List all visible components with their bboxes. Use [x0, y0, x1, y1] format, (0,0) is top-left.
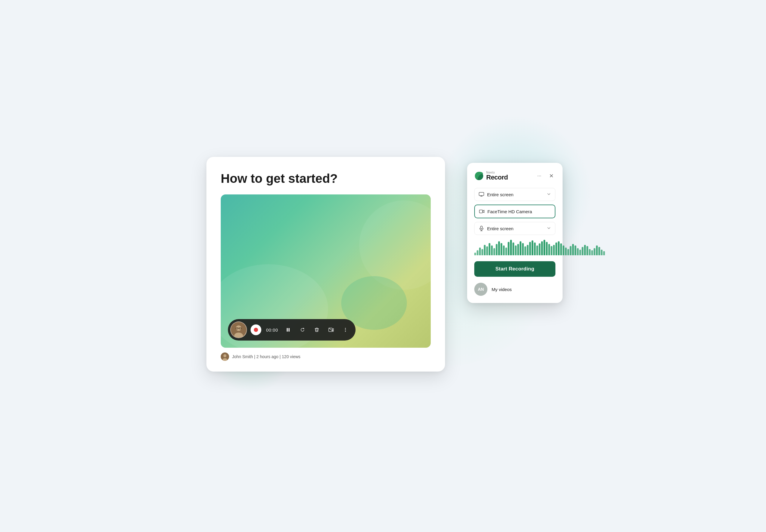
screen-icon: [479, 192, 484, 197]
audio-bar: [486, 246, 488, 255]
audio-bar: [515, 245, 517, 255]
main-card: How to get started?: [206, 157, 445, 372]
audio-bar: [589, 249, 591, 255]
audio-bar: [501, 243, 502, 255]
svg-point-13: [223, 354, 226, 357]
svg-rect-18: [479, 210, 483, 213]
record-button[interactable]: [251, 324, 261, 335]
audio-bar: [534, 242, 536, 255]
audio-bar: [546, 242, 548, 255]
audio-dropdown-label: Entire screen: [487, 226, 513, 231]
my-videos-label: My videos: [492, 287, 512, 292]
audio-bar: [563, 245, 564, 255]
audio-bar: [510, 240, 512, 255]
audio-bar: [543, 240, 545, 255]
audio-bar: [479, 248, 481, 255]
screen-chevron-icon: [547, 192, 551, 197]
timer-display: 00:00: [265, 327, 279, 333]
audio-bar: [598, 247, 600, 255]
svg-line-8: [329, 328, 333, 332]
audio-bar: [493, 248, 495, 255]
scene: How to get started?: [191, 133, 575, 399]
record-panel: Neeto Record ··· ✕: [467, 163, 563, 303]
audio-bar: [551, 246, 552, 255]
video-container: 00:00: [221, 194, 431, 348]
audio-visualizer: [474, 239, 555, 256]
audio-bar: [567, 249, 569, 255]
screen-dropdown[interactable]: Entire screen: [474, 188, 555, 201]
audio-bar: [481, 249, 483, 255]
refresh-button[interactable]: [297, 324, 308, 335]
audio-bar: [582, 247, 583, 255]
audio-bar: [503, 245, 505, 255]
more-menu-button[interactable]: ···: [535, 172, 543, 180]
audio-bar: [532, 240, 533, 255]
svg-point-9: [345, 328, 346, 329]
panel-logo: Neeto Record: [474, 171, 508, 181]
audio-bar: [579, 250, 581, 255]
audio-bar: [572, 244, 574, 255]
my-videos-avatar: AN: [474, 283, 487, 296]
svg-rect-15: [479, 192, 484, 196]
delete-button[interactable]: [311, 324, 322, 335]
camera-dropdown-label: FaceTime HD Camera: [487, 209, 532, 214]
camera-dropdown-left: FaceTime HD Camera: [479, 209, 532, 214]
audio-bar: [474, 253, 476, 255]
audio-bar: [548, 244, 550, 255]
audio-bar: [539, 243, 540, 255]
audio-bar: [541, 241, 543, 255]
audio-bar: [505, 248, 507, 255]
audio-bar: [529, 242, 531, 255]
recording-toolbar: 00:00: [228, 319, 356, 341]
start-recording-button[interactable]: Start Recording: [474, 261, 555, 277]
audio-bar: [555, 242, 557, 255]
audio-bar: [565, 248, 567, 255]
audio-bar: [560, 243, 562, 255]
mic-icon: [479, 226, 484, 231]
audio-bar: [498, 241, 500, 255]
audio-bar: [496, 244, 498, 255]
video-meta-text: John Smith | 2 hours ago | 120 views: [232, 354, 300, 359]
svg-rect-7: [288, 328, 290, 332]
camera-toggle-button[interactable]: [326, 324, 336, 335]
audio-bar: [594, 248, 595, 255]
svg-point-11: [345, 331, 346, 332]
audio-bar: [484, 245, 486, 255]
audio-bar: [553, 245, 555, 255]
svg-rect-6: [287, 328, 288, 332]
audio-bar: [591, 250, 593, 255]
record-dot: [254, 328, 258, 332]
pause-button[interactable]: [283, 324, 294, 335]
audio-dropdown[interactable]: Entire screen: [474, 222, 555, 235]
audio-bar: [491, 245, 493, 255]
neeto-logo-icon: [474, 171, 484, 181]
audio-bar: [570, 246, 572, 255]
audio-bar: [586, 246, 588, 255]
page-title: How to get started?: [221, 171, 431, 186]
close-button[interactable]: ✕: [547, 172, 555, 180]
audio-bar: [522, 243, 524, 255]
screen-dropdown-label: Entire screen: [487, 192, 513, 197]
audio-bar: [577, 248, 579, 255]
audio-bar: [575, 245, 576, 255]
camera-icon: [479, 209, 484, 214]
author-avatar: [221, 352, 229, 361]
panel-actions: ··· ✕: [535, 172, 555, 180]
more-options-button[interactable]: [340, 324, 351, 335]
audio-bar: [520, 241, 521, 255]
audio-bar: [584, 245, 586, 255]
audio-bar: [508, 242, 509, 255]
logo-record-text: Record: [486, 174, 508, 181]
audio-bar: [536, 245, 538, 255]
svg-point-10: [345, 330, 346, 330]
panel-header: Neeto Record ··· ✕: [474, 171, 555, 181]
video-meta: John Smith | 2 hours ago | 120 views: [221, 352, 431, 361]
audio-bar: [558, 241, 560, 255]
my-videos-row[interactable]: AN My videos: [474, 283, 555, 296]
camera-dropdown[interactable]: FaceTime HD Camera: [474, 205, 555, 218]
audio-bar: [527, 245, 529, 255]
audio-chevron-icon: [547, 226, 551, 231]
audio-bar: [517, 244, 519, 255]
screen-dropdown-left: Entire screen: [479, 192, 513, 197]
audio-bar: [524, 246, 526, 255]
